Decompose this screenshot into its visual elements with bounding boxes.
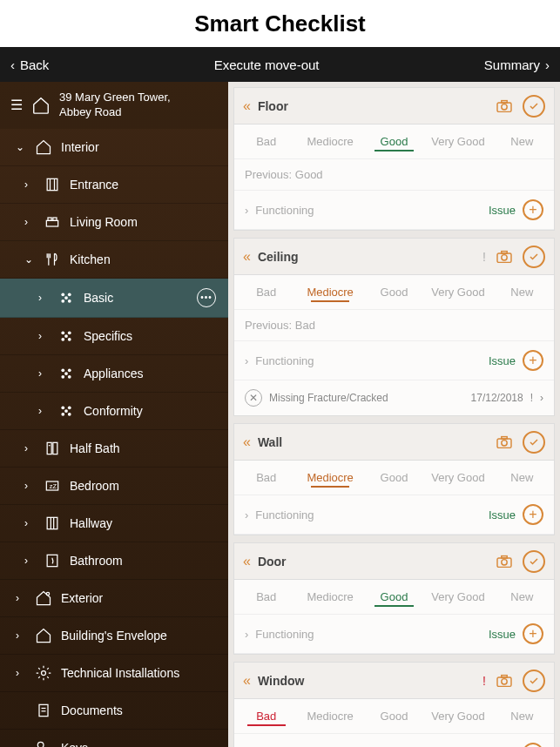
item-icon	[57, 327, 75, 345]
chevron-icon: ›	[24, 216, 35, 228]
rating-very-good[interactable]: Very Good	[426, 124, 489, 158]
svg-point-17	[68, 338, 71, 341]
svg-rect-31	[53, 442, 57, 454]
chevron-left-icon[interactable]: «	[243, 98, 251, 114]
sidebar-item-bedroom[interactable]: ›zZBedroom	[0, 468, 228, 505]
rating-new[interactable]: New	[490, 699, 554, 733]
item-icon	[35, 589, 52, 607]
functioning-row[interactable]: ›FunctioningIssue+	[234, 341, 554, 380]
sidebar-item-hallway[interactable]: ›Hallway	[0, 505, 228, 542]
item-label: Exterior	[61, 591, 103, 605]
svg-point-18	[64, 334, 68, 338]
rating-bad[interactable]: Bad	[234, 699, 298, 733]
rating-mediocre[interactable]: Mediocre	[298, 699, 361, 733]
rating-bad[interactable]: Bad	[234, 580, 298, 614]
sidebar-item-bathroom[interactable]: ›Bathroom	[0, 542, 228, 580]
add-issue-button[interactable]: +	[523, 623, 543, 644]
add-issue-button[interactable]: +	[523, 743, 543, 747]
svg-rect-40	[39, 704, 48, 716]
check-icon[interactable]	[523, 550, 545, 573]
camera-icon[interactable]	[493, 670, 516, 692]
functioning-row[interactable]: ›FunctioningIssue+	[234, 734, 554, 747]
app-title: Smart Checklist	[0, 0, 560, 47]
svg-point-51	[502, 440, 507, 445]
rating-mediocre[interactable]: Mediocre	[298, 580, 361, 614]
rating-good[interactable]: Good	[362, 699, 426, 733]
check-icon[interactable]	[523, 246, 545, 268]
rating-bad[interactable]: Bad	[234, 461, 298, 495]
sidebar-item-conformity[interactable]: ›Conformity	[0, 393, 228, 430]
chevron-right-icon: ›	[245, 354, 248, 367]
sidebar-item-exterior[interactable]: ›Exterior	[0, 580, 228, 617]
sidebar-item-interior[interactable]: ⌄Interior	[0, 129, 228, 166]
issue-label: Issue	[489, 354, 516, 367]
svg-rect-0	[47, 178, 57, 190]
sidebar-item-kitchen[interactable]: ⌄Kitchen	[0, 241, 228, 279]
rating-new[interactable]: New	[490, 580, 554, 614]
chevron-left-icon[interactable]: «	[243, 554, 251, 569]
sidebar-item-specifics[interactable]: ›Specifics	[0, 318, 228, 355]
sidebar-item-building-s-envelope[interactable]: ›Building's Envelope	[0, 617, 228, 655]
item-label: Living Room	[70, 215, 138, 229]
content-panel: «FloorBadMediocreGoodVery GoodNewPreviou…	[228, 82, 560, 747]
svg-point-26	[61, 413, 64, 416]
rating-good[interactable]: Good	[362, 580, 426, 614]
note-row[interactable]: ✕Missing Fracture/Cracked17/12/2018!›	[234, 380, 554, 415]
rating-new[interactable]: New	[490, 461, 554, 495]
sidebar-item-documents[interactable]: Documents	[0, 692, 228, 730]
rating-mediocre[interactable]: Mediocre	[298, 461, 361, 495]
functioning-row[interactable]: ›FunctioningIssue+	[234, 615, 554, 654]
sidebar-item-keys[interactable]: Keys	[0, 730, 228, 747]
more-icon[interactable]: •••	[197, 288, 216, 307]
rating-very-good[interactable]: Very Good	[426, 275, 489, 309]
camera-icon[interactable]	[493, 431, 516, 454]
chevron-right-icon: ›	[540, 392, 543, 404]
rating-good[interactable]: Good	[362, 275, 426, 309]
chevron-icon: ⌄	[24, 253, 35, 266]
check-icon[interactable]	[523, 431, 545, 454]
functioning-row[interactable]: ›FunctioningIssue+	[234, 495, 554, 535]
sidebar-item-appliances[interactable]: ›Appliances	[0, 355, 228, 393]
functioning-row[interactable]: ›FunctioningIssue+	[234, 191, 554, 230]
back-button[interactable]: ‹ Back	[10, 57, 49, 72]
item-label: Documents	[61, 703, 123, 717]
svg-point-28	[64, 409, 68, 413]
svg-text:zZ: zZ	[50, 482, 57, 490]
sidebar-item-entrance[interactable]: ›Entrance	[0, 166, 228, 204]
rating-good[interactable]: Good	[362, 124, 426, 158]
sidebar-item-living-room[interactable]: ›Living Room	[0, 204, 228, 241]
card-floor: «FloorBadMediocreGoodVery GoodNewPreviou…	[233, 87, 555, 231]
add-issue-button[interactable]: +	[523, 350, 543, 371]
sidebar-item-half-bath[interactable]: ›Half Bath	[0, 430, 228, 468]
camera-icon[interactable]	[493, 95, 516, 118]
rating-mediocre[interactable]: Mediocre	[298, 275, 361, 309]
chevron-left-icon[interactable]: «	[243, 249, 251, 265]
item-label: Keys	[61, 741, 88, 747]
add-issue-button[interactable]: +	[523, 199, 543, 220]
svg-rect-49	[502, 251, 507, 252]
chevron-icon: ›	[16, 667, 26, 679]
item-label: Hallway	[70, 516, 112, 530]
chevron-right-icon: ›	[245, 204, 248, 217]
sidebar-item-basic[interactable]: ›Basic•••	[0, 279, 228, 318]
rating-new[interactable]: New	[490, 275, 554, 309]
rating-very-good[interactable]: Very Good	[426, 699, 489, 733]
check-icon[interactable]	[523, 95, 545, 118]
chevron-left-icon[interactable]: «	[243, 673, 251, 689]
rating-bad[interactable]: Bad	[234, 124, 298, 158]
camera-icon[interactable]	[493, 246, 516, 268]
chevron-left-icon[interactable]: «	[243, 434, 251, 450]
add-issue-button[interactable]: +	[523, 504, 543, 525]
rating-good[interactable]: Good	[362, 461, 426, 495]
rating-very-good[interactable]: Very Good	[426, 580, 489, 614]
card-header: «Ceiling!	[234, 239, 554, 275]
rating-mediocre[interactable]: Mediocre	[298, 124, 361, 158]
rating-very-good[interactable]: Very Good	[426, 461, 489, 495]
rating-bad[interactable]: Bad	[234, 275, 298, 309]
sidebar-item-technical-installations[interactable]: ›Technical Installations	[0, 655, 228, 692]
summary-button[interactable]: Summary ›	[484, 57, 550, 72]
sidebar-header[interactable]: ☰ 39 Mary Green Tower, Abbey Road	[0, 82, 228, 129]
camera-icon[interactable]	[493, 550, 516, 573]
check-icon[interactable]	[523, 670, 545, 692]
rating-new[interactable]: New	[490, 124, 554, 158]
